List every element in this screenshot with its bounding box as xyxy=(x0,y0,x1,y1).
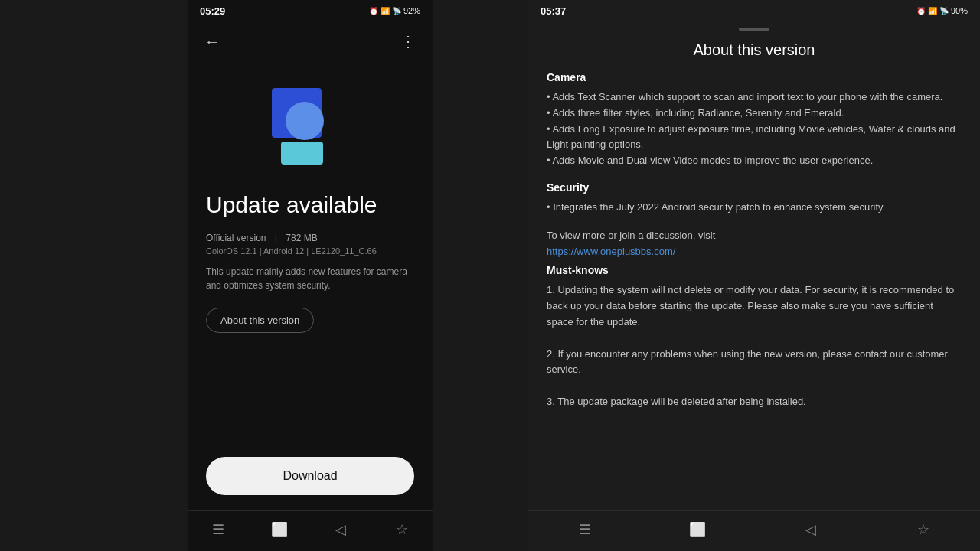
update-description: This update mainly adds new features for… xyxy=(206,265,414,292)
status-bar-right: 05:37 ⏰ 📶 📡 90% xyxy=(528,0,980,21)
update-title: Update available xyxy=(206,191,414,219)
must-know-3: 3. The update package will be deleted af… xyxy=(547,396,806,407)
signal-icon-right: 📡 xyxy=(939,7,949,15)
forum-link[interactable]: https://www.oneplusbbs.com/ xyxy=(547,246,675,257)
time-right: 05:37 xyxy=(541,5,566,17)
alarm-icon: ⏰ xyxy=(369,7,378,15)
phone-left: 05:29 ⏰ 📶 📡 92% ← ⋮ Update available Off… xyxy=(188,0,433,551)
right-title: About this version xyxy=(528,34,980,71)
logo-rect xyxy=(281,142,323,165)
must-knows-section: Must-knows 1. Updating the system will n… xyxy=(547,264,962,409)
sheet-handle xyxy=(739,28,769,31)
security-text: • Integrates the July 2022 Android secur… xyxy=(547,200,962,216)
version-line: Official version | 782 MB xyxy=(206,233,414,243)
must-knows-heading: Must-knows xyxy=(547,264,962,276)
must-know-2: 2. If you encounter any problems when us… xyxy=(547,348,948,376)
security-section: Security • Integrates the July 2022 Andr… xyxy=(547,181,962,216)
forum-text: To view more or join a discussion, visit xyxy=(547,230,715,241)
version-label: Official version xyxy=(206,233,266,243)
home-icon[interactable]: ⬜ xyxy=(269,519,290,540)
status-icons-right: ⏰ 📶 📡 90% xyxy=(916,6,968,15)
alarm-icon-right: ⏰ xyxy=(916,7,926,15)
logo-circle xyxy=(286,102,324,140)
os-info: ColorOS 12.1 | Android 12 | LE2120_11_C.… xyxy=(206,246,414,256)
app-icon[interactable]: ☆ xyxy=(391,519,413,540)
security-heading: Security xyxy=(547,181,962,194)
wifi-icon-right: 📶 xyxy=(928,7,937,15)
logo-graphic xyxy=(272,88,348,165)
home-icon-right[interactable]: ⬜ xyxy=(687,519,708,540)
forum-intro: To view more or join a discussion, visit… xyxy=(547,228,962,260)
must-knows-text: 1. Updating the system will not delete o… xyxy=(547,282,962,409)
about-version-button[interactable]: About this version xyxy=(206,308,314,333)
time-left: 05:29 xyxy=(200,5,225,17)
logo-area xyxy=(188,61,433,184)
signal-icon: 📡 xyxy=(392,7,401,15)
battery-left: 92% xyxy=(403,6,420,15)
content-left: Update available Official version | 782 … xyxy=(188,184,433,445)
battery-right: 90% xyxy=(951,6,968,15)
menu-icon-right[interactable]: ☰ xyxy=(574,519,596,540)
status-icons-left: ⏰ 📶 📡 92% xyxy=(369,6,420,15)
camera-section: Camera • Adds Text Scanner which support… xyxy=(547,71,962,169)
right-content: Camera • Adds Text Scanner which support… xyxy=(528,71,980,510)
app-icon-right[interactable]: ☆ xyxy=(913,519,934,540)
download-button[interactable]: Download xyxy=(206,457,414,495)
bottom-nav-left: ☰ ⬜ ◁ ☆ xyxy=(188,510,433,551)
phone-right: 05:37 ⏰ 📶 📡 90% About this version Camer… xyxy=(528,0,980,551)
more-button[interactable]: ⋮ xyxy=(396,29,420,54)
download-area: Download xyxy=(188,445,433,510)
camera-text: • Adds Text Scanner which support to sca… xyxy=(547,90,962,169)
separator: | xyxy=(275,233,277,243)
top-nav-left: ← ⋮ xyxy=(188,21,433,61)
bottom-nav-right: ☰ ⬜ ◁ ☆ xyxy=(528,510,980,551)
back-nav-icon-right[interactable]: ◁ xyxy=(800,519,822,540)
status-bar-left: 05:29 ⏰ 📶 📡 92% xyxy=(188,0,433,21)
must-know-1: 1. Updating the system will not delete o… xyxy=(547,284,954,328)
size-label: 782 MB xyxy=(286,233,317,243)
back-nav-icon[interactable]: ◁ xyxy=(330,519,351,540)
menu-icon[interactable]: ☰ xyxy=(207,519,229,540)
wifi-icon: 📶 xyxy=(381,7,390,15)
camera-heading: Camera xyxy=(547,71,962,83)
back-button[interactable]: ← xyxy=(200,29,224,54)
